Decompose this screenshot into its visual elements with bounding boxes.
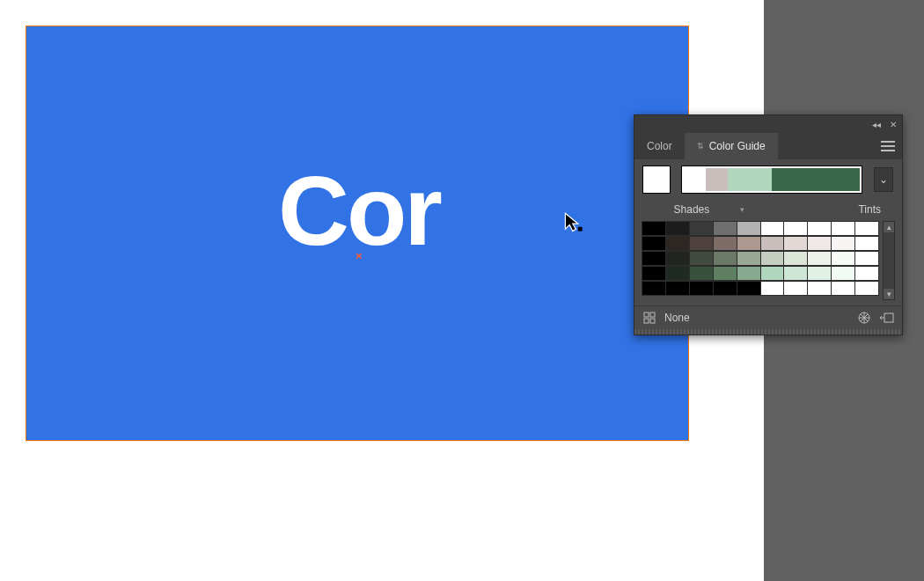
swatch[interactable] (690, 266, 714, 281)
updown-icon: ⇅ (697, 142, 704, 151)
swatch-row (642, 221, 879, 234)
swatch-row (642, 236, 879, 249)
swatch[interactable] (784, 236, 808, 251)
swatch[interactable] (642, 266, 666, 281)
artboard[interactable]: Cor × (26, 26, 688, 440)
swatch[interactable] (855, 236, 879, 251)
svg-rect-3 (644, 319, 649, 323)
save-to-swatches-icon[interactable] (879, 310, 895, 326)
swatch[interactable] (761, 251, 785, 266)
harmony-swatch[interactable] (728, 168, 750, 191)
scroll-up-icon[interactable]: ▴ (884, 222, 894, 232)
swatch[interactable] (784, 251, 808, 266)
tints-label: Tints (750, 203, 888, 216)
scroll-track[interactable] (884, 232, 894, 289)
swatch[interactable] (808, 236, 832, 251)
panel-resize-grip[interactable] (634, 329, 902, 335)
swatch[interactable] (642, 251, 666, 266)
close-icon[interactable]: ✕ (890, 120, 897, 129)
swatch[interactable] (737, 221, 761, 236)
tab-label: Color Guide (709, 140, 766, 152)
swatch[interactable] (832, 236, 855, 251)
swatch[interactable] (714, 281, 737, 296)
swatch[interactable] (808, 221, 832, 236)
swatch[interactable] (808, 251, 832, 266)
swatch[interactable] (761, 221, 785, 236)
shades-label: Shades (649, 203, 735, 216)
swatch[interactable] (714, 236, 737, 251)
swatch[interactable] (666, 251, 690, 266)
swatch[interactable] (666, 266, 690, 281)
limit-none-label: None (664, 312, 690, 324)
swatch[interactable] (737, 236, 761, 251)
variation-dropdown-icon[interactable]: ▾ (740, 205, 744, 214)
harmony-swatch[interactable] (684, 168, 706, 191)
swatch[interactable] (855, 266, 879, 281)
swatch[interactable] (714, 266, 737, 281)
artboard-center-mark: × (356, 249, 363, 262)
swatch-grid-wrap: ▴ ▾ (634, 221, 902, 305)
harmony-swatch[interactable] (772, 168, 860, 191)
swatch[interactable] (855, 221, 879, 236)
limit-to-library-icon[interactable] (642, 310, 657, 326)
swatch[interactable] (690, 251, 714, 266)
svg-rect-1 (644, 313, 649, 317)
swatch[interactable] (737, 281, 761, 296)
swatch[interactable] (642, 221, 666, 236)
flyout-menu-icon[interactable] (881, 141, 895, 151)
swatch-row (642, 281, 879, 294)
swatch[interactable] (761, 281, 785, 296)
swatch[interactable] (784, 281, 808, 296)
swatch[interactable] (737, 251, 761, 266)
swatch[interactable] (737, 266, 761, 281)
swatch[interactable] (832, 266, 855, 281)
swatch[interactable] (666, 281, 690, 296)
swatch[interactable] (832, 221, 855, 236)
swatch[interactable] (784, 221, 808, 236)
tab-color[interactable]: Color (634, 133, 685, 159)
swatch[interactable] (690, 281, 714, 296)
panel-tabs: Color ⇅ Color Guide (634, 133, 902, 159)
tab-color-guide[interactable]: ⇅ Color Guide (685, 133, 778, 159)
color-guide-panel: ◂◂ ✕ Color ⇅ Color Guide ⌄ Shades ▾ Tint… (634, 114, 903, 335)
swatch-row (642, 251, 879, 264)
harmony-swatch[interactable] (706, 168, 728, 191)
base-color-swatch[interactable] (643, 166, 670, 193)
grid-scrollbar[interactable]: ▴ ▾ (883, 221, 895, 300)
svg-rect-6 (884, 313, 893, 322)
svg-rect-4 (650, 319, 655, 323)
swatch[interactable] (642, 236, 666, 251)
panel-titlebar[interactable]: ◂◂ ✕ (634, 115, 902, 133)
variation-heading: Shades ▾ Tints (634, 200, 902, 221)
collapse-icon[interactable]: ◂◂ (872, 120, 881, 129)
swatch[interactable] (642, 281, 666, 296)
swatch[interactable] (855, 281, 879, 296)
harmony-row: ⌄ (634, 159, 902, 200)
swatch-grid (642, 221, 879, 294)
swatch[interactable] (666, 236, 690, 251)
edit-colors-icon[interactable] (856, 310, 872, 326)
swatch[interactable] (714, 221, 737, 236)
swatch[interactable] (761, 236, 785, 251)
tab-label: Color (647, 140, 672, 152)
swatch[interactable] (761, 266, 785, 281)
swatch[interactable] (784, 266, 808, 281)
swatch[interactable] (855, 251, 879, 266)
harmony-swatches[interactable] (682, 166, 862, 193)
svg-rect-2 (650, 313, 655, 317)
scroll-down-icon[interactable]: ▾ (884, 289, 894, 299)
swatch-row (642, 266, 879, 279)
swatch[interactable] (690, 236, 714, 251)
panel-footer: None (634, 305, 902, 329)
swatch[interactable] (808, 266, 832, 281)
swatch[interactable] (808, 281, 832, 296)
swatch[interactable] (714, 251, 737, 266)
harmony-swatch[interactable] (750, 168, 772, 191)
swatch[interactable] (832, 281, 855, 296)
swatch[interactable] (666, 221, 690, 236)
swatch[interactable] (690, 221, 714, 236)
harmony-dropdown[interactable]: ⌄ (874, 167, 893, 192)
swatch[interactable] (832, 251, 855, 266)
